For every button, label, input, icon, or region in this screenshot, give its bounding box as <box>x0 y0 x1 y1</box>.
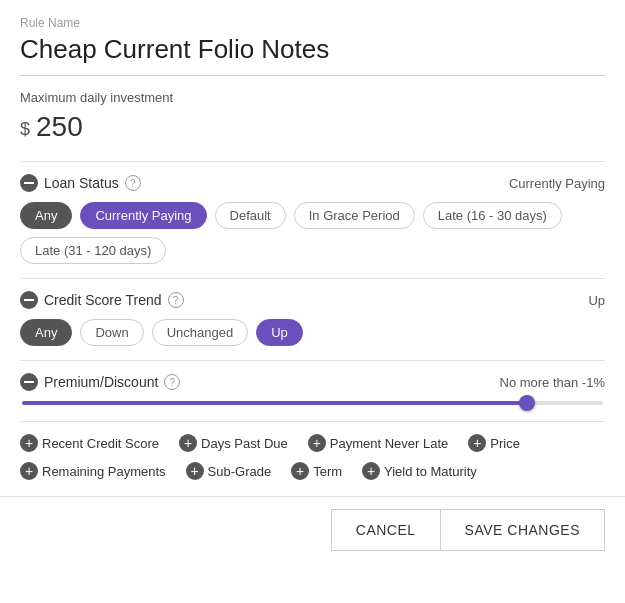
add-filter-recent-credit-score[interactable]: Recent Credit Score <box>20 434 159 452</box>
dollar-sign: $ <box>20 119 30 140</box>
loan-status-help-icon[interactable]: ? <box>125 175 141 191</box>
save-changes-button[interactable]: SAVE CHANGES <box>440 509 605 551</box>
plus-icon-recent-credit-score <box>20 434 38 452</box>
premium-discount-title: Premium/Discount ? <box>20 373 180 391</box>
plus-icon-sub-grade <box>186 462 204 480</box>
premium-discount-label: Premium/Discount <box>44 374 158 390</box>
slider-thumb[interactable] <box>519 395 535 411</box>
credit-score-chip-unchanged[interactable]: Unchanged <box>152 319 249 346</box>
add-filter-payment-never-late[interactable]: Payment Never Late <box>308 434 449 452</box>
add-filter-label-payment-never-late: Payment Never Late <box>330 436 449 451</box>
plus-icon-price <box>468 434 486 452</box>
add-filter-remaining-payments[interactable]: Remaining Payments <box>20 462 166 480</box>
credit-score-help-icon[interactable]: ? <box>168 292 184 308</box>
plus-icon-yield-to-maturity <box>362 462 380 480</box>
add-filter-row: Recent Credit ScoreDays Past DuePayment … <box>20 434 605 480</box>
loan-status-chips: AnyCurrently PayingDefaultIn Grace Perio… <box>20 202 605 264</box>
slider-fill <box>22 401 527 405</box>
loan-status-remove-icon[interactable] <box>20 174 38 192</box>
divider-4 <box>20 421 605 422</box>
plus-icon-term <box>291 462 309 480</box>
add-filter-label-days-past-due: Days Past Due <box>201 436 288 451</box>
plus-icon-payment-never-late <box>308 434 326 452</box>
loan-status-chip-late-16-30[interactable]: Late (16 - 30 days) <box>423 202 562 229</box>
investment-value: $ 250 <box>20 111 605 143</box>
credit-score-chip-any[interactable]: Any <box>20 319 72 346</box>
divider-1 <box>20 161 605 162</box>
rule-name-label: Rule Name <box>20 16 605 30</box>
loan-status-title: Loan Status ? <box>20 174 141 192</box>
plus-icon-days-past-due <box>179 434 197 452</box>
credit-score-label: Credit Score Trend <box>44 292 162 308</box>
add-filter-days-past-due[interactable]: Days Past Due <box>179 434 288 452</box>
add-filter-label-price: Price <box>490 436 520 451</box>
loan-status-value: Currently Paying <box>509 176 605 191</box>
credit-score-remove-icon[interactable] <box>20 291 38 309</box>
max-investment-label: Maximum daily investment <box>20 90 605 105</box>
credit-score-chips: AnyDownUnchangedUp <box>20 319 605 346</box>
premium-discount-row: Premium/Discount ? No more than -1% <box>20 373 605 391</box>
loan-status-chip-in-grace-period[interactable]: In Grace Period <box>294 202 415 229</box>
add-filter-section: Recent Credit ScoreDays Past DuePayment … <box>20 434 605 480</box>
loan-status-chip-default[interactable]: Default <box>215 202 286 229</box>
premium-discount-remove-icon[interactable] <box>20 373 38 391</box>
add-filter-label-sub-grade: Sub-Grade <box>208 464 272 479</box>
loan-status-label: Loan Status <box>44 175 119 191</box>
plus-icon-remaining-payments <box>20 462 38 480</box>
footer: CANCEL SAVE CHANGES <box>0 496 625 563</box>
premium-discount-slider-container[interactable] <box>20 401 605 405</box>
add-filter-sub-grade[interactable]: Sub-Grade <box>186 462 272 480</box>
cancel-button[interactable]: CANCEL <box>331 509 440 551</box>
credit-score-chip-up[interactable]: Up <box>256 319 303 346</box>
loan-status-chip-late-31-120[interactable]: Late (31 - 120 days) <box>20 237 166 264</box>
add-filter-price[interactable]: Price <box>468 434 520 452</box>
investment-amount: 250 <box>36 111 83 143</box>
slider-track <box>22 401 603 405</box>
add-filter-label-remaining-payments: Remaining Payments <box>42 464 166 479</box>
add-filter-term[interactable]: Term <box>291 462 342 480</box>
add-filter-yield-to-maturity[interactable]: Yield to Maturity <box>362 462 477 480</box>
add-filter-label-recent-credit-score: Recent Credit Score <box>42 436 159 451</box>
credit-score-row: Credit Score Trend ? Up <box>20 291 605 309</box>
credit-score-title: Credit Score Trend ? <box>20 291 184 309</box>
divider-2 <box>20 278 605 279</box>
divider-3 <box>20 360 605 361</box>
loan-status-row: Loan Status ? Currently Paying <box>20 174 605 192</box>
premium-discount-help-icon[interactable]: ? <box>164 374 180 390</box>
rule-title: Cheap Current Folio Notes <box>20 34 605 76</box>
credit-score-chip-down[interactable]: Down <box>80 319 143 346</box>
add-filter-label-term: Term <box>313 464 342 479</box>
loan-status-chip-currently-paying[interactable]: Currently Paying <box>80 202 206 229</box>
add-filter-label-yield-to-maturity: Yield to Maturity <box>384 464 477 479</box>
loan-status-chip-any[interactable]: Any <box>20 202 72 229</box>
premium-discount-value: No more than -1% <box>500 375 606 390</box>
main-container: Rule Name Cheap Current Folio Notes Maxi… <box>0 0 625 480</box>
credit-score-value: Up <box>588 293 605 308</box>
